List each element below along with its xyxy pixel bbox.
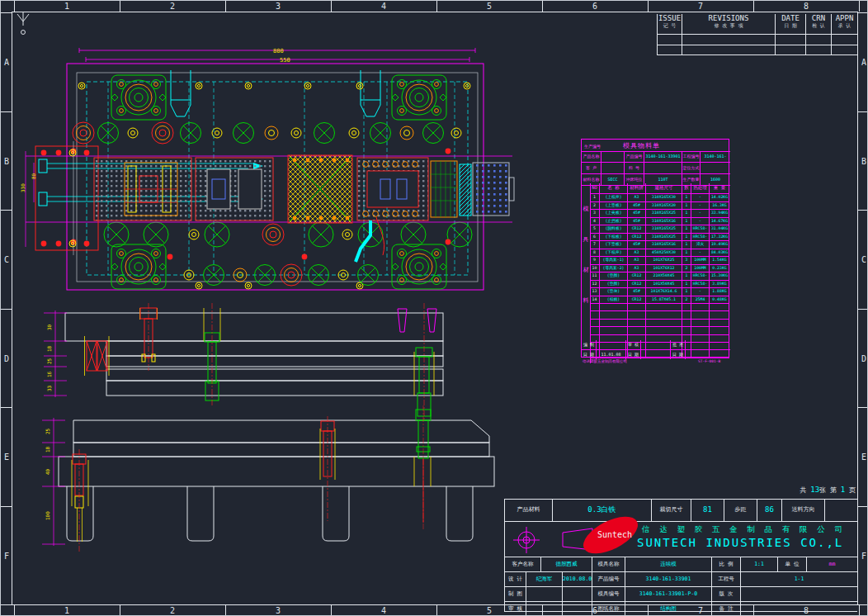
- ruler-row-letter: F: [4, 552, 9, 561]
- corner-mark-icon: [17, 12, 29, 35]
- bom-cell: 1: [682, 210, 691, 217]
- bom-cell: 0.23KG: [710, 265, 729, 272]
- sheet-count: 共 13张 第 1 页: [758, 486, 856, 497]
- bom-cell: 45#: [628, 210, 646, 217]
- ruler-column-number: 2: [120, 606, 225, 615]
- bom-cell: 2: [590, 202, 600, 210]
- bom-cell: 15.87X45.1: [646, 296, 682, 304]
- bom-cell: 1: [682, 225, 691, 233]
- bom-info-value: [701, 163, 730, 173]
- designer-value: 纪海军: [526, 572, 563, 586]
- designer-label: 设 计: [505, 572, 526, 586]
- bom-cell: 25M4: [691, 296, 710, 304]
- bom-cell: 16.3KG: [710, 202, 729, 210]
- ruler-tick: [542, 605, 543, 616]
- table-row: 12(垫脚)CR12101X50X451HRC58-603.89KG: [590, 281, 729, 289]
- title-block-row: 制 图 模具编号 3140-161-33901-P-0 版 次: [505, 587, 857, 602]
- mold-name-value: 连续模: [625, 557, 712, 571]
- bom-cell: HRC58-60: [691, 281, 710, 288]
- bom-cell: 310X165X25: [646, 210, 682, 217]
- mold-no-label: 模具编号: [592, 587, 625, 601]
- ruler-tick: [542, 1, 543, 12]
- bom-cell: 45#: [628, 202, 646, 210]
- bom-cell: 2: [682, 265, 691, 272]
- process-no-label: 工程号: [712, 572, 741, 586]
- title-block: 产品材料 0.3白铁 裁切尺寸 81 步距 86 送料方向 Suntech 信 …: [504, 499, 857, 612]
- table-row: 4(止挡板)45#310X165X161-14.67KG: [590, 218, 729, 226]
- dim-sec1-1: 18: [46, 345, 52, 352]
- bom-cell: A3: [628, 265, 646, 272]
- table-empty-row: [590, 311, 729, 319]
- ruler-tick: [14, 1, 15, 12]
- ruler-row-letter: C: [861, 255, 866, 264]
- bom-info-label: 定位方式: [682, 163, 701, 173]
- bom-cell: 1: [590, 194, 600, 201]
- ruler-column-number: 7: [648, 2, 753, 11]
- revision-label: 版 次: [712, 587, 741, 601]
- bom-cell: 310X165X30: [646, 194, 682, 201]
- ruler-column-number: 3: [225, 606, 331, 615]
- title-block-material-row: 产品材料 0.3白铁 裁切尺寸 81 步距 86 送料方向: [505, 500, 857, 522]
- customer-value: 德殷西威: [541, 557, 592, 571]
- rev-col-revisions: REVISIONS修 改 事 项: [682, 14, 776, 34]
- ruler-tick: [14, 605, 15, 616]
- ruler-tick: [859, 1, 860, 12]
- ruler-row-letter: C: [4, 255, 9, 264]
- ruler-tick: [1, 407, 12, 408]
- bom-info-value: [601, 163, 625, 173]
- bom-info-label: 工程编号: [682, 151, 701, 162]
- bom-cell: 14.67KG: [710, 218, 729, 225]
- ruler-row-letter: A: [861, 58, 866, 67]
- table-row: 8(下模座)A3450X250X301-84.03KG: [590, 249, 729, 258]
- bom-form-company: 信达塑胶五金制品有限公司: [583, 359, 627, 363]
- bom-title-row: 生产编号 模具物料单: [582, 140, 730, 152]
- bom-info-label: 料 号: [625, 163, 644, 173]
- bom-cell: -: [691, 288, 710, 296]
- bom-cell: (下垫板): [600, 241, 628, 249]
- bom-cell: 101X76X25: [646, 257, 682, 264]
- bom-cell: 101X76X12: [646, 265, 682, 272]
- dim-sec1-4: 33: [46, 385, 52, 391]
- bom-cell: 1: [682, 272, 691, 280]
- ruler-column-number: 5: [436, 2, 542, 11]
- ruler-tick: [858, 309, 868, 310]
- ruler-tick: [858, 12, 868, 13]
- ruler-row-letter: A: [4, 58, 9, 67]
- ruler-tick: [225, 605, 226, 616]
- bom-cell: 45#: [628, 218, 646, 225]
- draft-date: [563, 587, 592, 601]
- bom-cell: (下模板): [600, 234, 628, 241]
- ruler-column-number: 8: [753, 2, 859, 11]
- plan-view: 800 550: [20, 48, 514, 290]
- table-row: 6(下模板)CR12310X165X251HRC58-6017.32KG: [590, 234, 729, 242]
- bom-cell: 3.89KG: [710, 281, 729, 288]
- bom-cell: 450X250X30: [646, 249, 682, 257]
- bom-info-label: 产品名称: [582, 151, 601, 162]
- table-row: 9(等高套-1)A3101X76X253100MM1.54KG: [590, 257, 729, 265]
- product-no-value: 3140-161-33901: [625, 572, 712, 586]
- ruler-tick: [648, 605, 649, 616]
- bom-table: 生产编号 模具物料单 产品名称 产品编号 3140-161-33901 工程编号…: [581, 139, 729, 358]
- bom-cell: (等高套-1): [600, 257, 628, 264]
- ruler-column-number: 6: [542, 606, 648, 615]
- dim-plan-width: 800: [273, 48, 284, 54]
- section-view-upper: 30 18 25 16 33: [44, 303, 443, 420]
- ruler-tick: [858, 111, 868, 112]
- ruler-tick: [1, 210, 12, 211]
- table-row: 1(上模座)A3310X165X301-14.02KG: [590, 194, 729, 202]
- bom-cell: 100MM: [691, 265, 710, 272]
- bom-cell: 1: [682, 288, 691, 296]
- bom-cell: (垫块): [600, 288, 628, 296]
- section-view-lower: 25 18 40 100: [42, 405, 494, 552]
- ruler-tick: [331, 605, 332, 616]
- ruler-tick: [120, 605, 120, 616]
- bom-cell: 3: [590, 210, 600, 217]
- dim-sec2-3: 100: [45, 511, 50, 520]
- ruler-column-number: 1: [14, 2, 120, 11]
- ruler-tick: [1, 12, 12, 13]
- bom-cell: 1: [682, 218, 691, 225]
- bom-cell: -: [691, 249, 710, 257]
- rev-col-issue: ISSUE记 号: [658, 14, 682, 34]
- ruler-tick: [858, 407, 868, 408]
- dim-plan-left-b: 80: [31, 173, 36, 179]
